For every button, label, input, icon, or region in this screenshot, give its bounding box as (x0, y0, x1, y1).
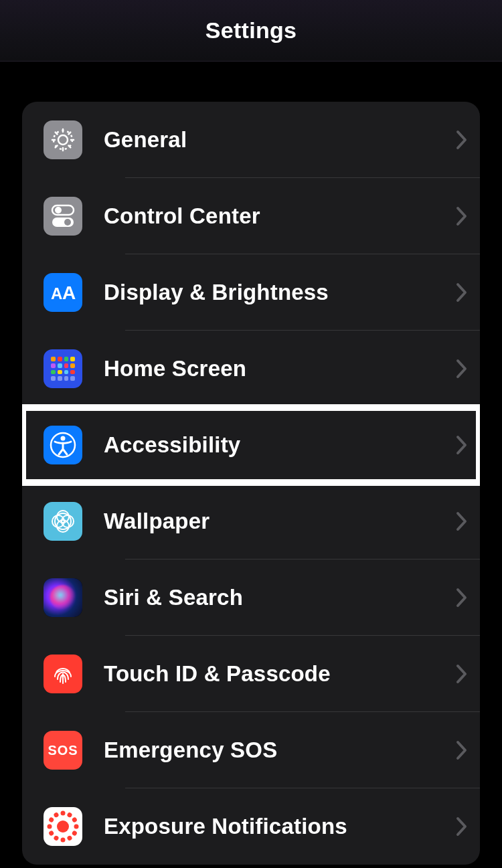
exposure-icon (44, 807, 82, 846)
svg-point-5 (64, 219, 71, 226)
chevron-right-icon (456, 435, 468, 455)
settings-content: General Control Center A (0, 62, 502, 865)
chevron-right-icon (456, 588, 468, 608)
settings-row-control-center[interactable]: Control Center (22, 178, 480, 254)
svg-text:A: A (51, 284, 62, 302)
row-label: Home Screen (104, 356, 456, 381)
row-label: General (104, 127, 456, 153)
row-label: Exposure Notifications (104, 814, 456, 839)
svg-text:A: A (62, 282, 76, 303)
row-label: Wallpaper (104, 509, 456, 534)
row-label: Display & Brightness (104, 280, 456, 305)
chevron-right-icon (456, 359, 468, 379)
wallpaper-icon (44, 502, 82, 541)
chevron-right-icon (456, 664, 468, 684)
svg-point-3 (55, 207, 62, 213)
sos-icon: SOS (44, 731, 82, 770)
chevron-right-icon (456, 130, 468, 150)
settings-group: General Control Center A (22, 102, 480, 865)
settings-row-siri-search[interactable]: Siri & Search (22, 559, 480, 636)
settings-row-touch-id[interactable]: Touch ID & Passcode (22, 636, 480, 712)
header: Settings (0, 0, 502, 62)
page-title: Settings (205, 17, 297, 44)
settings-row-wallpaper[interactable]: Wallpaper (22, 483, 480, 559)
settings-row-accessibility[interactable]: Accessibility (22, 407, 480, 483)
accessibility-icon (44, 426, 82, 464)
fingerprint-icon (44, 655, 82, 693)
row-label: Control Center (104, 203, 456, 229)
settings-row-exposure-notifications[interactable]: Exposure Notifications (22, 788, 480, 865)
chevron-right-icon (456, 206, 468, 226)
chevron-right-icon (456, 282, 468, 302)
display-icon: A A (44, 273, 82, 312)
chevron-right-icon (456, 511, 468, 531)
row-label: Accessibility (104, 432, 456, 458)
row-label: Emergency SOS (104, 737, 456, 763)
siri-icon (44, 578, 82, 617)
settings-row-home-screen[interactable]: Home Screen (22, 331, 480, 407)
settings-row-emergency-sos[interactable]: SOS Emergency SOS (22, 712, 480, 788)
home-screen-icon (44, 349, 82, 388)
settings-row-general[interactable]: General (22, 102, 480, 178)
chevron-right-icon (456, 816, 468, 837)
svg-point-9 (61, 436, 66, 441)
gear-icon (44, 120, 82, 159)
chevron-right-icon (456, 740, 468, 760)
row-label: Touch ID & Passcode (104, 661, 456, 687)
sos-text: SOS (48, 743, 78, 758)
settings-row-display-brightness[interactable]: A A Display & Brightness (22, 254, 480, 331)
svg-point-0 (58, 135, 68, 145)
control-center-icon (44, 197, 82, 236)
row-label: Siri & Search (104, 585, 456, 610)
